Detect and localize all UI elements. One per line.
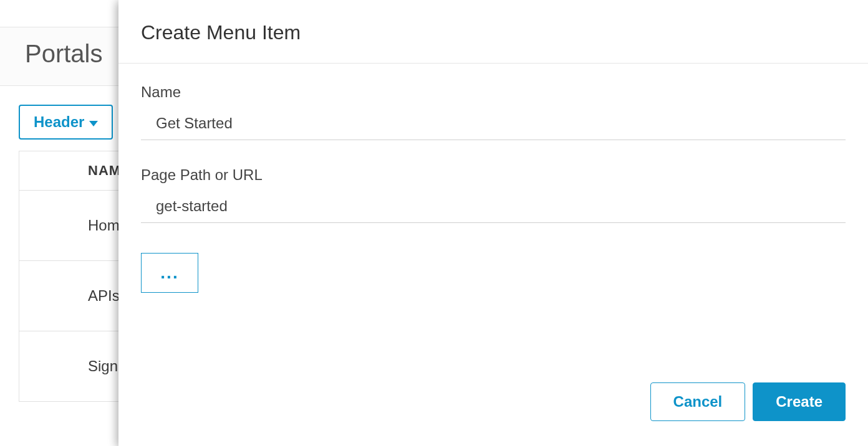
modal-header: Create Menu Item	[118, 0, 868, 64]
name-label: Name	[141, 83, 846, 101]
path-input[interactable]	[141, 192, 846, 223]
create-menu-item-modal: Create Menu Item Name Page Path or URL .…	[118, 0, 868, 446]
modal-footer: Cancel Create	[118, 368, 868, 446]
table-cell-name: APIs	[88, 287, 120, 304]
form-group-name: Name	[141, 83, 846, 140]
more-options-button[interactable]: ...	[141, 253, 198, 293]
path-label: Page Path or URL	[141, 166, 846, 184]
header-dropdown[interactable]: Header	[19, 105, 113, 140]
header-dropdown-label: Header	[34, 113, 84, 131]
form-group-path: Page Path or URL	[141, 166, 846, 223]
modal-title: Create Menu Item	[141, 21, 846, 44]
cancel-button[interactable]: Cancel	[650, 382, 746, 421]
modal-body: Name Page Path or URL ...	[118, 64, 868, 368]
name-input[interactable]	[141, 110, 846, 140]
create-button[interactable]: Create	[753, 382, 846, 421]
caret-down-icon	[89, 121, 98, 126]
